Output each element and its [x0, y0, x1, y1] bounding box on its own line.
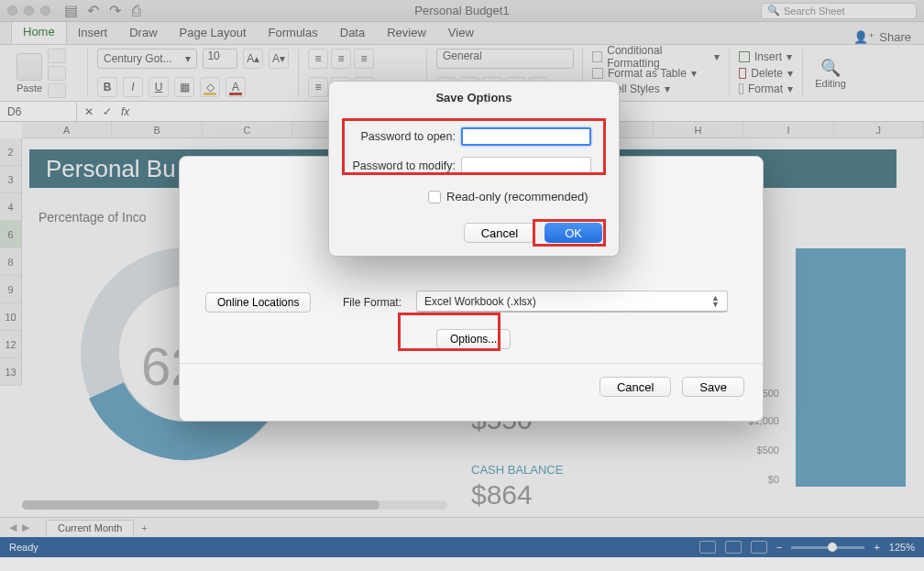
tab-draw[interactable]: Draw [118, 22, 168, 44]
border-button[interactable]: ▦ [174, 77, 194, 97]
editing-icon[interactable]: 🔍 [820, 58, 841, 78]
online-locations-button[interactable]: Online Locations [205, 292, 311, 313]
tab-home[interactable]: Home [11, 20, 67, 44]
chevron-down-icon: ▾ [185, 52, 191, 65]
zoom-in-button[interactable]: + [874, 542, 879, 553]
undo-icon[interactable]: ↶ [85, 4, 100, 18]
titlebar: ▤ ↶ ↷ ⎙ Personal Budget1 🔍 Search Sheet [0, 0, 924, 22]
dialog-title: Save Options [329, 82, 619, 104]
save-icon[interactable]: ▤ [63, 4, 78, 18]
clipboard-icon [16, 53, 42, 81]
person-icon: 👤⁺ [853, 30, 874, 44]
options-button[interactable]: Options... [436, 329, 511, 349]
copy-button[interactable] [48, 66, 66, 81]
sheet-tab-bar: ◀ ▶ Current Month + [0, 517, 924, 537]
password-modify-input[interactable] [461, 157, 591, 175]
share-button[interactable]: 👤⁺Share [853, 30, 911, 44]
status-ready: Ready [9, 542, 38, 553]
options-cancel-button[interactable]: Cancel [464, 223, 535, 243]
cash-balance-amount: $864 [471, 479, 533, 511]
page-layout-view-button[interactable] [725, 541, 742, 554]
conditional-formatting-button[interactable]: Conditional Formatting ▾ [592, 49, 720, 65]
decrease-font-button[interactable]: A▾ [269, 49, 289, 69]
tab-review[interactable]: Review [376, 22, 437, 44]
file-format-select[interactable]: Excel Workbook (.xlsx) ▲▼ [416, 291, 728, 313]
format-painter-button[interactable] [48, 83, 66, 98]
subtitle-text: Percentage of Inco [38, 210, 147, 225]
enter-formula-icon[interactable]: ✓ [103, 105, 112, 118]
format-icon [739, 83, 743, 94]
save-as-cancel-button[interactable]: Cancel [600, 377, 671, 397]
fill-color-button[interactable]: ◇ [200, 77, 220, 97]
name-box[interactable]: D6 [0, 102, 77, 121]
print-icon[interactable]: ⎙ [129, 4, 144, 18]
font-name-select[interactable]: Century Got...▾ [97, 49, 197, 69]
tab-nav-prev-icon[interactable]: ◀ [9, 522, 16, 533]
increase-font-button[interactable]: A▴ [243, 49, 263, 69]
tab-page-layout[interactable]: Page Layout [169, 22, 258, 44]
window-controls[interactable] [7, 5, 50, 16]
redo-icon[interactable]: ↷ [107, 4, 122, 18]
insert-icon [739, 51, 750, 62]
tab-data[interactable]: Data [329, 22, 376, 44]
cut-button[interactable] [48, 49, 66, 63]
align-middle-button[interactable]: ≡ [331, 49, 351, 69]
status-bar: Ready − + 125% [0, 537, 924, 557]
fx-label[interactable]: fx [121, 105, 129, 118]
password-open-input[interactable] [461, 127, 591, 146]
editing-label: Editing [815, 78, 846, 89]
bar-chart-bar [796, 342, 906, 487]
zoom-out-button[interactable]: − [776, 542, 782, 553]
font-size-select[interactable]: 10 [203, 49, 237, 69]
file-format-label: File Format: [343, 296, 402, 309]
tab-view[interactable]: View [437, 22, 485, 44]
italic-button[interactable]: I [123, 77, 143, 97]
cf-icon [592, 51, 602, 62]
font-color-button[interactable]: A [226, 77, 246, 97]
options-ok-button[interactable]: OK [544, 223, 602, 243]
horizontal-scrollbar[interactable] [22, 500, 447, 510]
window-title: Personal Budget1 [414, 4, 509, 17]
align-left-button[interactable]: ≡ [308, 77, 328, 97]
bold-button[interactable]: B [97, 77, 117, 97]
search-sheet-input[interactable]: 🔍 Search Sheet [761, 3, 917, 19]
read-only-checkbox[interactable] [428, 191, 441, 203]
cancel-formula-icon[interactable]: ✕ [84, 105, 94, 118]
ribbon-tabs: Home Insert Draw Page Layout Formulas Da… [0, 22, 924, 45]
tab-nav-next-icon[interactable]: ▶ [22, 522, 29, 533]
axis-tick: $500 [757, 445, 779, 456]
password-modify-label: Password to modify: [342, 159, 461, 172]
bar-chart-bar [796, 248, 906, 342]
save-options-dialog: Save Options Password to open: Password … [328, 81, 620, 257]
page-break-view-button[interactable] [751, 541, 767, 554]
save-as-save-button[interactable]: Save [682, 377, 744, 397]
quick-access-toolbar[interactable]: ▤ ↶ ↷ ⎙ [63, 4, 144, 18]
underline-button[interactable]: U [148, 77, 169, 97]
scrollbar-thumb[interactable] [22, 500, 380, 510]
format-as-table-button[interactable]: Format as Table ▾ [592, 65, 720, 82]
tab-insert[interactable]: Insert [67, 22, 119, 44]
password-open-label: Password to open: [342, 130, 461, 143]
cash-balance-label: CASH BALANCE [471, 463, 563, 477]
delete-cells-button[interactable]: Delete ▾ [739, 65, 793, 82]
add-sheet-button[interactable]: + [141, 522, 147, 533]
tab-formulas[interactable]: Formulas [258, 22, 329, 44]
delete-icon [739, 68, 746, 79]
zoom-slider[interactable] [791, 546, 864, 549]
zoom-level[interactable]: 125% [889, 542, 915, 553]
search-icon: 🔍 [767, 5, 780, 16]
align-bottom-button[interactable]: ≡ [354, 49, 374, 69]
number-format-select[interactable]: General [436, 49, 574, 69]
normal-view-button[interactable] [699, 541, 716, 554]
sheet-tab-current-month[interactable]: Current Month [46, 520, 134, 535]
axis-tick: $0 [768, 474, 779, 485]
chevron-down-icon: ▾ [714, 50, 720, 63]
updown-icon: ▲▼ [711, 295, 720, 308]
paste-button[interactable]: Paste [16, 53, 42, 93]
read-only-label: Read-only (recommended) [446, 190, 588, 203]
align-top-button[interactable]: ≡ [308, 49, 328, 69]
table-icon [592, 68, 603, 79]
row-headers[interactable]: 234689101213 [0, 138, 22, 386]
format-cells-button[interactable]: Format ▾ [739, 81, 793, 97]
insert-cells-button[interactable]: Insert ▾ [739, 49, 793, 65]
